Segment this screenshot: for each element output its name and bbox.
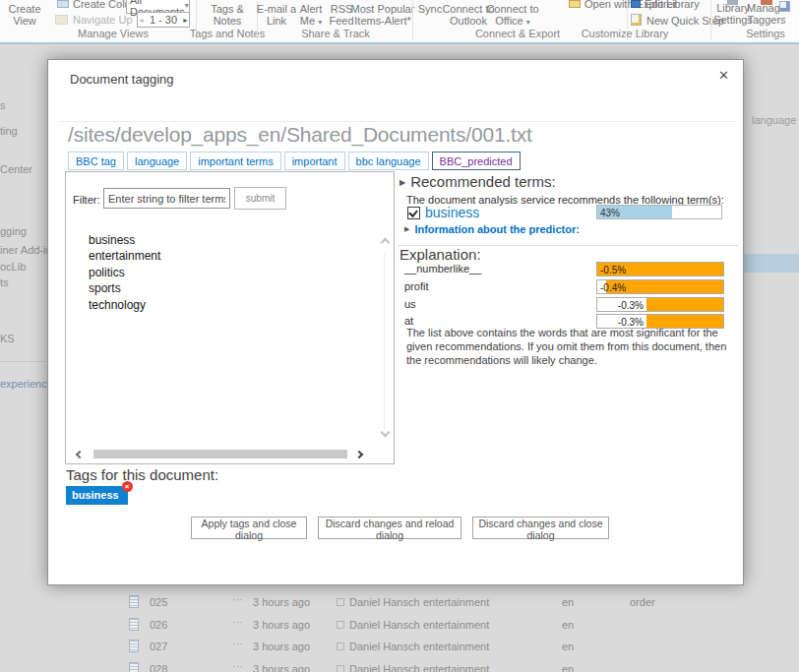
sidebar-item-fragment: s [0,99,6,111]
connect-office-button[interactable]: Connect to Office ▾ [483,3,542,29]
dropdown-caret-icon: ▾ [318,18,322,27]
row-modified: 3 hours ago [253,619,310,631]
tab-bbc-tag[interactable]: BBC tag [68,152,124,170]
tags-notes-button[interactable]: Tags & Notes [206,3,249,27]
term-list-item[interactable]: politics [89,266,125,279]
tab-bbc-language[interactable]: bbc language [348,152,429,170]
group-label-share-track: Share & Track [301,28,370,39]
term-list-item[interactable]: sports [89,281,121,295]
pager[interactable]: ◄ 1 - 30 ► [137,12,190,28]
discard-reload-button[interactable]: Discard changes and reload dialog [318,517,461,539]
apply-tags-button[interactable]: Apply tags and close dialog [191,517,307,539]
filter-label: Filter: [73,194,100,206]
sidebar-item-fragment: ting [0,125,18,137]
group-label-connect-export: Connect & Export [475,28,560,39]
row-menu-ellipsis: ··· [232,616,243,628]
row-modified: 3 hours ago [253,663,310,672]
sidebar-item-fragment: Center [0,163,32,175]
dialog-header-divider [60,121,735,122]
term-checkbox[interactable] [407,207,420,219]
pager-next-icon[interactable]: ► [182,17,189,24]
row-language: en [562,663,574,672]
scroll-right-icon[interactable] [355,451,363,458]
confidence-value: 43% [600,208,620,218]
row-menu-ellipsis: ··· [232,660,243,672]
explanation-bar: -0.4% [596,279,724,294]
most-popular-items-button[interactable]: Most Popular Items-Alert* [348,3,417,27]
term-list-item[interactable]: technology [89,298,146,312]
explanation-word: profit [404,280,428,292]
row-extra: order [630,596,655,608]
document-icon [129,595,139,608]
group-label-manage-views: Manage Views [78,28,149,39]
close-icon[interactable]: ✕ [718,68,729,83]
tab-strip: BBC tag language important terms importa… [68,152,521,170]
row-name: 027 [150,641,167,652]
column-header-language: language [752,114,796,126]
row-category: entertainment [423,619,489,631]
tab-important-terms[interactable]: important terms [190,152,280,170]
sidebar-item-fragment: iner Add-in [0,244,52,256]
checkbox-icon [337,665,344,672]
explanation-word: __numberlike__ [404,263,481,275]
expander-icon[interactable]: ▶ [400,178,405,187]
navigate-up-icon [55,15,68,25]
folder-explorer-icon [569,0,581,8]
document-icon [129,618,139,631]
new-quick-step-icon [631,14,642,26]
checkbox-icon [337,598,344,606]
document-tag-business[interactable]: business × [66,486,128,505]
discard-close-button[interactable]: Discard changes and close dialog [472,517,609,539]
scroll-left-icon[interactable] [76,451,84,458]
term-list-item[interactable]: entertainment [89,249,160,263]
row-modified: 3 hours ago [253,596,310,608]
vertical-scroll-track[interactable] [384,253,385,430]
tags-for-document-label: Tags for this document: [66,466,218,483]
group-label-settings: Settings [746,28,785,39]
sidebar-item-fragment: gging [0,225,27,237]
dropdown-caret-icon: ▾ [185,1,189,10]
row-modified: 3 hours ago [253,641,310,652]
row-category: entertainment [423,641,489,652]
ribbon: Create View Create Column All Documents … [0,0,799,44]
checkbox-icon [337,642,344,650]
sidebar-item-fragment: ocLib [0,261,26,273]
scroll-up-icon[interactable] [381,238,391,248]
scroll-down-icon[interactable] [381,428,391,438]
create-view-button[interactable]: Create View [1,3,48,27]
pager-prev-icon[interactable]: ◄ [138,17,145,24]
navigate-up-button[interactable]: Navigate Up [73,14,133,26]
explanation-heading: Explanation: [400,246,481,263]
term-list-item[interactable]: business [89,233,135,247]
row-name: 028 [150,663,167,672]
checkbox-icon [337,621,344,629]
row-name: 026 [150,619,167,631]
horizontal-scroll-thumb[interactable] [93,450,347,458]
row-author: Daniel Hansch [349,641,420,652]
explanation-value: -0.4% [600,282,626,293]
explanation-bar: -0.3% [596,297,724,312]
row-language: en [562,619,574,631]
tab-language[interactable]: language [127,152,187,170]
selected-row-highlight [744,254,799,273]
remove-tag-icon[interactable]: × [122,481,133,492]
document-icon [129,640,139,652]
sidebar-item-fragment: KS [0,333,15,344]
predictor-info-link[interactable]: ▶Information about the predictor: [404,223,580,235]
tab-bbc-predicted[interactable]: BBC_predicted [432,152,521,170]
edit-library-button[interactable]: Edit Library [645,0,700,10]
sidebar-divider [0,361,45,362]
recommended-term-label[interactable]: business [425,205,479,220]
row-language: en [562,641,574,652]
filter-input[interactable] [103,188,230,209]
row-author: Daniel Hansch [349,663,420,672]
submit-button[interactable]: submit [234,187,286,210]
panel-launcher-icon[interactable] [779,1,790,12]
row-name: 025 [150,596,167,608]
group-label-customize-library: Customize Library [582,28,669,39]
explanation-note: The list above contains the words that a… [406,326,739,367]
row-author: Daniel Hansch [349,596,420,608]
tab-important[interactable]: important [284,152,345,170]
document-tagging-dialog: Document tagging ✕ /sites/develop_apps_e… [47,59,744,585]
recommended-terms-heading: ▶Recommended terms: [400,173,556,190]
